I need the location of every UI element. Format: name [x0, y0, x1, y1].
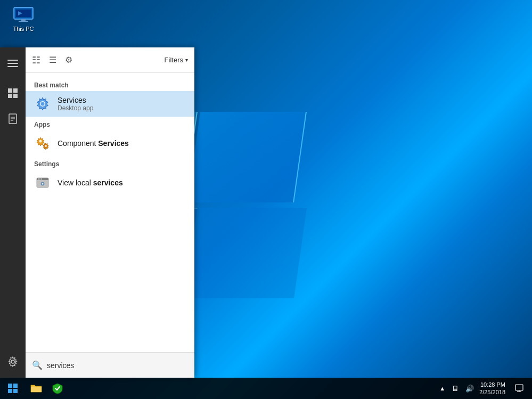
network-icon[interactable]: 🖥: [449, 383, 461, 394]
svg-point-27: [38, 178, 39, 180]
start-topbar-icons: ☷ ☰ ⚙: [32, 54, 158, 66]
component-services-title: Component Services: [58, 139, 129, 148]
start-search-results: Best match Services Deskt: [26, 73, 194, 352]
this-pc-desktop-icon[interactable]: This PC: [6, 6, 40, 32]
component-services-item[interactable]: Component Services: [26, 131, 194, 156]
list-view-icon[interactable]: ☰: [49, 55, 56, 65]
svg-point-22: [39, 140, 42, 143]
search-icon: 🔍: [32, 360, 43, 370]
svg-rect-9: [8, 88, 12, 93]
grid-view-icon[interactable]: ☷: [32, 54, 40, 66]
svg-rect-6: [7, 60, 18, 61]
taskbar: ▲ 🖥 🔊 10:28 PM 2/25/2018: [0, 378, 532, 399]
filters-label: Filters: [165, 56, 183, 64]
component-services-text: Component Services: [58, 139, 129, 148]
view-local-services-item[interactable]: View local services: [26, 170, 194, 196]
svg-rect-11: [8, 94, 12, 98]
svg-rect-32: [515, 385, 523, 390]
settings-label: Settings: [26, 156, 194, 170]
view-local-services-title: View local services: [58, 178, 123, 187]
clock-time: 10:28 PM: [479, 381, 505, 388]
component-services-icon: [34, 135, 51, 152]
start-search-box[interactable]: 🔍: [26, 352, 194, 378]
services-icon: [34, 95, 51, 112]
start-nav-rail: [0, 47, 26, 378]
action-center-button[interactable]: [511, 378, 528, 399]
services-result-title: Services: [58, 96, 93, 104]
svg-rect-7: [7, 63, 18, 64]
nav-settings-button[interactable]: [0, 350, 26, 373]
svg-point-20: [41, 102, 45, 106]
start-tiles-button[interactable]: [0, 82, 26, 105]
tiles-icon: [7, 88, 18, 99]
start-topbar: ☷ ☰ ⚙ Filters ▾: [26, 47, 194, 73]
svg-point-17: [11, 360, 14, 363]
component-services-gear-icon: [35, 136, 50, 151]
monitor-icon: [13, 6, 34, 23]
best-match-label: Best match: [26, 77, 194, 91]
services-result-subtitle: Desktop app: [58, 104, 93, 112]
settings-icon[interactable]: ⚙: [65, 55, 72, 65]
apps-label: Apps: [26, 117, 194, 131]
document-icon: [7, 113, 18, 124]
svg-point-31: [42, 183, 44, 185]
view-local-services-icon: [34, 174, 51, 191]
volume-icon[interactable]: 🔊: [463, 384, 476, 394]
action-center-icon: [515, 384, 523, 393]
services-gear-icon: [34, 95, 51, 112]
start-menu: ☷ ☰ ⚙ Filters ▾ Best match: [0, 47, 194, 378]
svg-rect-10: [13, 88, 18, 93]
shield-green-icon: [52, 382, 63, 394]
settings-nav-icon: [7, 356, 18, 367]
wrench-icon: [36, 176, 49, 189]
chevron-down-icon: ▾: [185, 57, 188, 63]
green-app-taskbar-button[interactable]: [47, 378, 68, 399]
hamburger-icon: [7, 58, 18, 69]
start-button[interactable]: [0, 378, 26, 399]
this-pc-label: This PC: [13, 26, 34, 32]
file-explorer-taskbar-button[interactable]: [26, 378, 47, 399]
start-main-panel: ☷ ☰ ⚙ Filters ▾ Best match: [26, 47, 194, 378]
svg-point-28: [39, 178, 40, 180]
recent-docs-button[interactable]: [0, 107, 26, 131]
desktop: This PC: [0, 0, 532, 399]
svg-point-29: [41, 178, 42, 180]
folder-icon: [30, 383, 42, 394]
windows-logo-icon: [8, 384, 18, 393]
chevron-up-icon[interactable]: ▲: [437, 384, 447, 393]
svg-rect-5: [19, 21, 28, 22]
taskbar-clock[interactable]: 10:28 PM 2/25/2018: [479, 381, 505, 396]
services-result-text: Services Desktop app: [58, 96, 93, 112]
svg-point-24: [45, 145, 47, 147]
services-result-item[interactable]: Services Desktop app: [26, 91, 194, 117]
taskbar-tray: ▲ 🖥 🔊: [437, 383, 476, 394]
filters-button[interactable]: Filters ▾: [165, 56, 188, 64]
svg-rect-12: [13, 94, 18, 98]
clock-date: 2/25/2018: [479, 388, 505, 396]
svg-rect-4: [21, 19, 26, 21]
taskbar-right-area: ▲ 🖥 🔊 10:28 PM 2/25/2018: [437, 378, 532, 399]
view-local-services-text: View local services: [58, 178, 123, 187]
hamburger-menu-button[interactable]: [0, 52, 26, 75]
svg-rect-8: [7, 66, 18, 67]
search-input[interactable]: [47, 361, 188, 370]
